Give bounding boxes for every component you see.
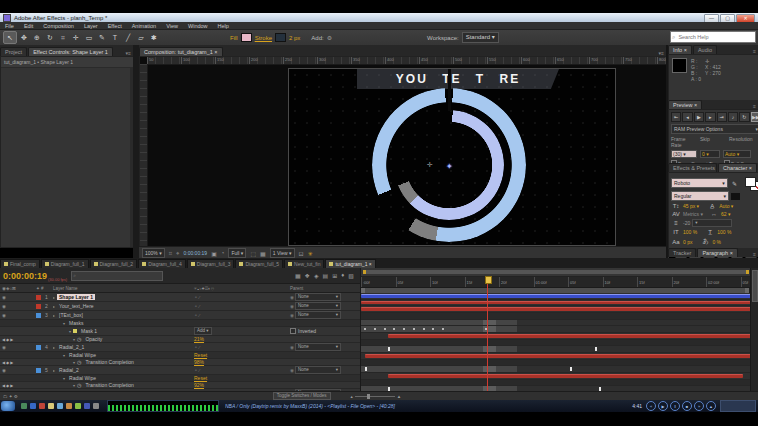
layer-track[interactable] [361, 366, 751, 373]
switches-value-zone[interactable]: ⚬ ∕ [194, 345, 290, 350]
layer-track[interactable] [361, 320, 751, 327]
pen-tool[interactable]: ✎ [96, 32, 108, 43]
quick-launch-icon[interactable] [39, 403, 45, 409]
font-size-value[interactable]: 45 px ▾ [683, 203, 699, 209]
label-color[interactable] [36, 368, 45, 373]
twirl-icon[interactable]: ▸ [53, 313, 55, 318]
composition-viewer[interactable]: 5010015020025030035040045050055060065070… [139, 56, 668, 248]
layer-row-left[interactable]: ◉5▸Radial_2⚬ ∕◉None▾ [0, 366, 360, 375]
next-track-button[interactable]: » [694, 401, 704, 411]
paragraph-panel-menu-icon[interactable]: ≡ [753, 251, 758, 257]
av-features[interactable]: ◉ [0, 345, 36, 350]
expand-icons[interactable]: 🗀 ✦ ⚙ [3, 394, 18, 399]
layer-duration-bar[interactable] [361, 301, 751, 305]
next-frame-button[interactable]: ▸ [705, 112, 715, 122]
parent-select[interactable]: None▾ [295, 311, 341, 319]
fill-swatch[interactable] [241, 33, 252, 42]
layer-duration-bar[interactable] [388, 334, 751, 338]
label-color[interactable] [36, 345, 45, 350]
av-features[interactable]: ◀◆▶ [0, 383, 36, 388]
menu-layer[interactable]: Layer [79, 23, 103, 29]
stopwatch-icon[interactable]: ◷ [77, 382, 81, 388]
current-time-indicator[interactable] [487, 276, 488, 391]
label-color[interactable] [36, 313, 45, 318]
selection-tool[interactable]: ↖ [3, 31, 17, 44]
av-features[interactable]: ◉ [0, 295, 36, 300]
go-to-end-button[interactable]: ⇥ [717, 112, 727, 122]
kerning-value[interactable]: Metrics ▾ [683, 211, 703, 217]
layer-track[interactable] [361, 360, 751, 367]
shape-tool[interactable]: ▭ [83, 32, 95, 43]
av-features[interactable]: ◀◆▶ [0, 337, 36, 342]
layer-track[interactable] [361, 293, 751, 300]
composition-button[interactable]: ▦ [295, 272, 301, 279]
quick-launch-icon[interactable] [57, 403, 63, 409]
twirl-icon[interactable]: ▾ [73, 360, 75, 365]
menu-animation[interactable]: Animation [127, 23, 161, 29]
layer-row-left[interactable]: ▾Mask 1Add ▾Inverted [0, 327, 360, 336]
resolution-select[interactable]: Full ▾ [228, 248, 246, 258]
layer-switches[interactable]: ⚬ ∕ [194, 313, 200, 318]
toggle-switches-modes-button[interactable]: Toggle Switches / Modes [273, 392, 331, 400]
go-to-start-button[interactable]: ⇤ [671, 112, 681, 122]
tab-project[interactable]: Project [0, 47, 27, 56]
layer-row-left[interactable]: ◉1▸Shape Layer 1⚬ ∕◉None▾ [0, 293, 360, 302]
switches-value-zone[interactable]: 92% [194, 382, 290, 388]
camera-tool[interactable]: ⌗ [57, 32, 69, 43]
layer-name[interactable]: ▾◷Transition Completion [53, 359, 194, 365]
stroke-width[interactable]: 2 px [289, 35, 300, 41]
resolution-select-preview[interactable]: Auto ▾ [723, 150, 751, 158]
layer-track[interactable] [361, 346, 751, 353]
twirl-icon[interactable]: ▾ [69, 329, 71, 334]
timeline-vertical-scrollbar[interactable] [750, 268, 758, 391]
frame-rate-select[interactable]: (30) ▾ [671, 150, 697, 158]
audio-button[interactable]: ♪ [728, 112, 738, 122]
inverted-checkbox[interactable] [290, 328, 296, 334]
layer-name[interactable]: ▾◷Opacity [53, 336, 194, 342]
comp-timecode[interactable]: 0:00:00:19 [183, 250, 207, 256]
clone-stamp-tool[interactable]: ▱ [135, 32, 147, 43]
twirl-icon[interactable]: ▸ [53, 304, 55, 309]
open-file-button[interactable]: ▲ [706, 401, 716, 411]
parent-select[interactable]: None▾ [295, 302, 341, 310]
quick-launch-icon[interactable] [75, 403, 81, 409]
layer-track[interactable] [361, 333, 751, 340]
stroke-color-box[interactable] [731, 193, 740, 200]
ram-preview-options-select[interactable]: RAM Preview Options▾ [671, 124, 758, 134]
parent-zone[interactable]: ◉None▾ [290, 343, 360, 351]
quick-launch-icon[interactable] [93, 403, 99, 409]
layer-track[interactable] [361, 306, 751, 313]
twirl-icon[interactable]: ▸ [53, 295, 55, 300]
leading-value[interactable]: Auto ▾ [719, 203, 733, 209]
tsume-value[interactable]: 0 % [712, 239, 721, 245]
mask-visibility-icon[interactable]: ⌖ [176, 250, 179, 257]
stop-button[interactable]: ■ [682, 401, 692, 411]
layer-track[interactable] [361, 313, 751, 320]
switches-value-zone[interactable]: ⚬ ∕ [194, 304, 290, 309]
property-value[interactable]: 92% [194, 382, 204, 388]
layer-track[interactable] [361, 373, 751, 380]
layer-row-left[interactable]: ◉4▸Radial_2_1⚬ ∕◉None▾ [0, 343, 360, 352]
layer-name[interactable]: ▾Radial Wipe [53, 375, 194, 381]
layer-track[interactable] [361, 353, 751, 360]
stroke-label[interactable]: Stroke [255, 35, 272, 41]
layer-row-left[interactable]: ◉2▸Your_text_Here⚬ ∕◉None▾ [0, 302, 360, 311]
menu-view[interactable]: View [161, 23, 183, 29]
layer-switches[interactable]: ⚬ ∕ [194, 295, 200, 300]
fill-label[interactable]: Fill [230, 35, 238, 41]
timeline-tab-Diagram_full_4[interactable]: Diagram_full_4 [138, 259, 186, 268]
layer-switches[interactable]: ⚬ ∕ [194, 345, 200, 350]
parent-select[interactable]: None▾ [295, 293, 341, 301]
parent-zone[interactable]: ◉None▾ [290, 366, 360, 374]
layer-name[interactable]: ▾Radial Wipe [53, 352, 194, 358]
rotate-tool[interactable]: ↻ [44, 32, 56, 43]
pan-behind-tool[interactable]: ✛ [70, 32, 82, 43]
tab-effects-presets[interactable]: Effects & Presets [668, 163, 717, 172]
layer-name[interactable]: ▾◷Transition Completion [53, 382, 194, 388]
quick-launch-icon[interactable] [30, 403, 36, 409]
twirl-icon[interactable]: ▾ [63, 353, 65, 358]
pickwhip-icon[interactable]: ◉ [290, 304, 294, 309]
loop-button[interactable]: ↻ [739, 112, 749, 122]
time-ruler[interactable]: :00f05f10f15f20f01:00f05f10f15f20f02:00f… [361, 277, 751, 288]
av-features[interactable]: ◉ [0, 368, 36, 373]
